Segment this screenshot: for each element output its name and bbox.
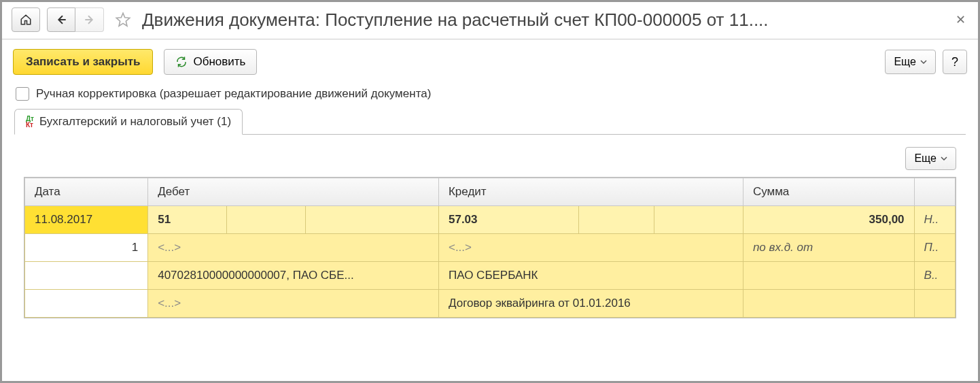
cell-ext: В.. xyxy=(914,262,955,290)
cell-empty xyxy=(914,290,955,318)
more-label: Еще xyxy=(894,56,916,68)
toolbar-right: Еще ? xyxy=(885,50,967,74)
toolbar: Записать и закрыть Обновить Еще ? xyxy=(2,39,978,80)
refresh-icon xyxy=(175,56,188,68)
cell-row-number: 1 xyxy=(25,234,148,262)
help-button[interactable]: ? xyxy=(943,50,967,74)
cell-sum: 350,00 xyxy=(743,206,914,234)
col-sum[interactable]: Сумма xyxy=(743,178,914,206)
manual-edit-checkbox[interactable] xyxy=(16,87,29,101)
home-button[interactable] xyxy=(12,7,40,32)
favorite-button[interactable] xyxy=(111,7,135,32)
table-header-row: Дата Дебет Кредит Сумма xyxy=(25,178,956,206)
cell-empty xyxy=(654,206,743,234)
col-credit[interactable]: Кредит xyxy=(438,178,743,206)
table-row[interactable]: 11.08.2017 51 57.03 350,00 Н.. xyxy=(25,206,956,234)
entries-table: Дата Дебет Кредит Сумма 11.08.2017 51 57… xyxy=(24,177,956,318)
more-button[interactable]: Еще xyxy=(885,50,936,74)
cell-debit-sub: <...> xyxy=(148,234,439,262)
chevron-down-icon xyxy=(941,155,947,162)
tab-row: ДтКт Бухгалтерский и налоговый учет (1) xyxy=(2,109,978,135)
inner-toolbar: Еще xyxy=(2,147,978,177)
cell-debit-sub: <...> xyxy=(148,290,439,318)
refresh-label: Обновить xyxy=(193,55,245,69)
cell-ext: Н.. xyxy=(914,206,955,234)
cell-empty xyxy=(25,262,148,290)
save-close-button[interactable]: Записать и закрыть xyxy=(13,49,153,75)
home-icon xyxy=(20,14,32,26)
tab-label: Бухгалтерский и налоговый учет (1) xyxy=(39,115,231,129)
cell-date: 11.08.2017 xyxy=(25,206,148,234)
inner-more-button[interactable]: Еще xyxy=(905,147,956,170)
cell-empty xyxy=(305,206,438,234)
window: Движения документа: Поступление на расче… xyxy=(0,0,980,383)
col-ext[interactable] xyxy=(914,178,955,206)
close-button[interactable]: ✕ xyxy=(953,12,968,27)
star-icon xyxy=(114,11,132,29)
cell-credit-sub: ПАО СБЕРБАНК xyxy=(438,262,743,290)
inner-more-label: Еще xyxy=(914,152,937,165)
tab-accounting[interactable]: ДтКт Бухгалтерский и налоговый учет (1) xyxy=(14,109,243,135)
dtkt-icon: ДтКт xyxy=(26,116,34,128)
cell-debit-account: 51 xyxy=(148,206,227,234)
cell-empty xyxy=(226,206,305,234)
cell-empty xyxy=(25,290,148,318)
cell-ext: П.. xyxy=(914,234,955,262)
cell-credit-sub: <...> xyxy=(438,234,743,262)
topbar: Движения документа: Поступление на расче… xyxy=(2,2,978,39)
nav-group xyxy=(47,7,104,32)
refresh-button[interactable]: Обновить xyxy=(164,49,257,75)
cell-credit-account: 57.03 xyxy=(438,206,578,234)
arrow-right-icon xyxy=(84,14,96,26)
tab-content: 1S83.info Еще Дата Дебет Кредит xyxy=(2,135,978,318)
table-row[interactable]: 1 <...> <...> по вх.д. от П.. xyxy=(25,234,956,262)
chevron-down-icon xyxy=(920,59,927,65)
cell-sum-note: по вх.д. от xyxy=(743,234,914,262)
arrow-left-icon xyxy=(55,14,67,26)
cell-empty xyxy=(743,290,914,318)
table-row[interactable]: 40702810000000000007, ПАО СБЕ... ПАО СБЕ… xyxy=(25,262,956,290)
table-row[interactable]: <...> Договор эквайринга от 01.01.2016 xyxy=(25,290,956,318)
forward-button[interactable] xyxy=(75,7,104,32)
back-button[interactable] xyxy=(47,7,75,32)
page-title: Движения документа: Поступление на расче… xyxy=(142,10,946,31)
col-debit[interactable]: Дебет xyxy=(148,178,439,206)
cell-credit-sub: Договор эквайринга от 01.01.2016 xyxy=(438,290,743,318)
cell-empty xyxy=(579,206,654,234)
cell-empty xyxy=(743,262,914,290)
col-date[interactable]: Дата xyxy=(25,178,148,206)
cell-debit-sub: 40702810000000000007, ПАО СБЕ... xyxy=(148,262,439,290)
manual-edit-row: Ручная корректировка (разрешает редактир… xyxy=(2,80,978,109)
manual-edit-label: Ручная корректировка (разрешает редактир… xyxy=(36,87,431,101)
